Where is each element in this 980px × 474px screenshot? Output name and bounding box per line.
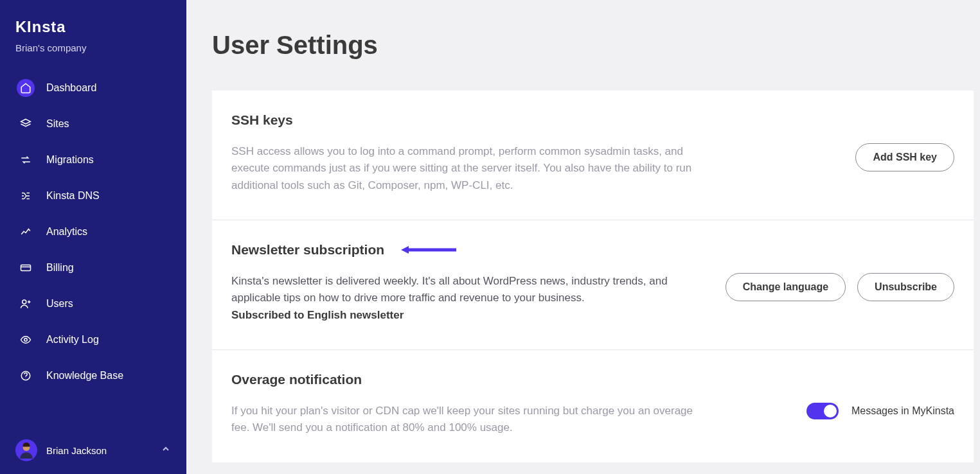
user-menu[interactable]: Brian Jackson bbox=[0, 439, 186, 461]
migrate-icon bbox=[17, 151, 35, 169]
overage-title: Overage notification bbox=[231, 372, 954, 387]
newsletter-desc-text: Kinsta's newsletter is delivered weekly.… bbox=[231, 275, 668, 304]
svg-rect-2 bbox=[21, 265, 31, 271]
messages-toggle-label: Messages in MyKinsta bbox=[851, 405, 954, 417]
overage-description: If you hit your plan's visitor or CDN ca… bbox=[231, 403, 694, 437]
analytics-icon bbox=[17, 223, 35, 241]
help-icon bbox=[17, 367, 35, 385]
svg-marker-12 bbox=[401, 246, 409, 254]
newsletter-title: Newsletter subscription bbox=[231, 242, 954, 258]
dns-icon bbox=[17, 187, 35, 205]
messages-toggle[interactable] bbox=[806, 403, 839, 419]
sidebar-item-label: Knowledge Base bbox=[46, 370, 123, 382]
ssh-keys-card: SSH keys SSH access allows you to log in… bbox=[212, 91, 974, 220]
ssh-keys-title: SSH keys bbox=[231, 112, 954, 128]
svg-point-4 bbox=[22, 300, 26, 304]
sidebar-item-label: Activity Log bbox=[46, 334, 99, 346]
newsletter-description: Kinsta's newsletter is delivered weekly.… bbox=[231, 273, 694, 324]
newsletter-card: Newsletter subscription Kinsta's newslet… bbox=[212, 220, 974, 350]
sidebar: KInsta Brian's company Dashboard Sites M… bbox=[0, 0, 186, 474]
ssh-keys-description: SSH access allows you to log into a comm… bbox=[231, 143, 694, 194]
sidebar-item-label: Dashboard bbox=[46, 82, 96, 94]
sidebar-item-knowledge-base[interactable]: Knowledge Base bbox=[8, 359, 179, 392]
layers-icon bbox=[17, 115, 35, 133]
svg-text:KInsta: KInsta bbox=[15, 19, 66, 35]
newsletter-status: Subscribed to English newsletter bbox=[231, 309, 404, 321]
sidebar-item-dashboard[interactable]: Dashboard bbox=[8, 71, 179, 105]
sidebar-item-sites[interactable]: Sites bbox=[8, 107, 179, 141]
sidebar-item-analytics[interactable]: Analytics bbox=[8, 215, 179, 249]
main-content: User Settings SSH keys SSH access allows… bbox=[186, 0, 980, 474]
sidebar-item-label: Analytics bbox=[46, 226, 87, 238]
sidebar-item-label: Kinsta DNS bbox=[46, 190, 100, 202]
card-heading-text: Overage notification bbox=[231, 372, 362, 387]
page-title: User Settings bbox=[212, 31, 974, 60]
company-name: Brian's company bbox=[0, 42, 186, 71]
sidebar-nav: Dashboard Sites Migrations Kinsta DNS An… bbox=[0, 71, 186, 395]
add-ssh-key-button[interactable]: Add SSH key bbox=[855, 143, 954, 171]
overage-card: Overage notification If you hit your pla… bbox=[212, 350, 974, 462]
users-icon bbox=[17, 295, 35, 313]
sidebar-item-kinsta-dns[interactable]: Kinsta DNS bbox=[8, 179, 179, 213]
avatar bbox=[15, 439, 37, 461]
sidebar-item-activity-log[interactable]: Activity Log bbox=[8, 323, 179, 356]
change-language-button[interactable]: Change language bbox=[726, 273, 846, 301]
billing-icon bbox=[17, 259, 35, 277]
svg-point-7 bbox=[24, 338, 28, 342]
eye-icon bbox=[17, 331, 35, 349]
sidebar-item-label: Migrations bbox=[46, 154, 94, 166]
annotation-arrow-icon bbox=[400, 245, 458, 255]
sidebar-item-label: Billing bbox=[46, 262, 74, 274]
unsubscribe-button[interactable]: Unsubscribe bbox=[857, 273, 954, 301]
home-icon bbox=[17, 79, 35, 97]
card-heading-text: SSH keys bbox=[231, 112, 293, 128]
chevron-up-icon bbox=[161, 444, 171, 457]
sidebar-item-users[interactable]: Users bbox=[8, 287, 179, 320]
user-name: Brian Jackson bbox=[46, 445, 152, 456]
sidebar-item-billing[interactable]: Billing bbox=[8, 251, 179, 285]
svg-marker-1 bbox=[21, 119, 31, 125]
sidebar-item-label: Sites bbox=[46, 118, 69, 130]
sidebar-item-migrations[interactable]: Migrations bbox=[8, 143, 179, 177]
sidebar-item-label: Users bbox=[46, 298, 73, 310]
brand-logo: KInsta bbox=[0, 15, 186, 42]
card-heading-text: Newsletter subscription bbox=[231, 242, 384, 258]
